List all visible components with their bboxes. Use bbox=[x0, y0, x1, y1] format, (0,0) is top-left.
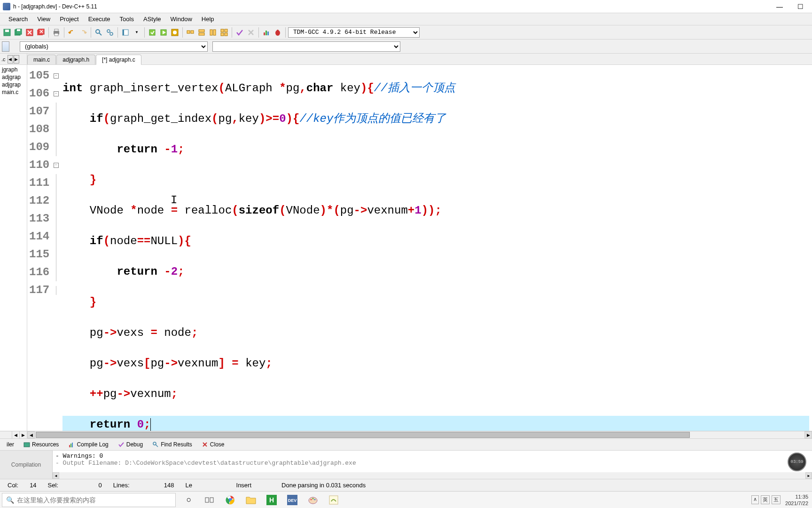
tab-debug[interactable]: Debug bbox=[113, 440, 148, 449]
status-lines-value: 148 bbox=[160, 482, 178, 489]
log-output[interactable]: - Warnings: 0 - Output Filename: D:\Code… bbox=[53, 451, 812, 479]
list-item[interactable]: jgraph bbox=[1, 66, 26, 73]
menu-view[interactable]: View bbox=[32, 14, 55, 24]
side-nav-left-icon[interactable]: ◀ bbox=[8, 55, 13, 64]
tab-compile-log[interactable]: Compile Log bbox=[63, 440, 113, 449]
ime-indicator[interactable]: ∧ 英 五 bbox=[751, 495, 781, 504]
status-col-label: Col: bbox=[4, 482, 22, 489]
tab-resources[interactable]: Resources bbox=[19, 440, 63, 449]
tile-v-button[interactable] bbox=[208, 27, 218, 38]
svg-rect-36 bbox=[24, 443, 30, 447]
save-button[interactable] bbox=[2, 27, 12, 38]
svg-rect-37 bbox=[69, 445, 70, 447]
svg-rect-24 bbox=[199, 33, 204, 35]
code-editor[interactable]: 105106107108 109110111112 113114115116 1… bbox=[27, 65, 812, 431]
svg-rect-28 bbox=[225, 29, 227, 32]
log-scroll-right-icon[interactable]: ▶ bbox=[805, 472, 812, 479]
tile-h-button[interactable] bbox=[196, 27, 207, 38]
list-item[interactable]: adjgrap bbox=[1, 73, 26, 81]
undo-button[interactable] bbox=[67, 27, 77, 38]
status-lines-label: Lines: bbox=[109, 482, 156, 489]
windows-search[interactable]: 🔍 bbox=[2, 493, 176, 507]
side-tab-c[interactable]: .c bbox=[0, 56, 7, 63]
svg-point-53 bbox=[314, 499, 316, 500]
app-icon[interactable] bbox=[326, 492, 341, 508]
minimize-button[interactable]: — bbox=[773, 2, 786, 11]
side-file-list[interactable]: jgraph adjgrap adjgrap main.c bbox=[0, 65, 27, 431]
scroll-right-icon[interactable]: ▶ bbox=[804, 431, 812, 438]
toggle-bookmark-button[interactable] bbox=[120, 27, 131, 38]
compile-button[interactable] bbox=[147, 27, 157, 38]
svg-line-41 bbox=[156, 444, 158, 447]
globals-select[interactable]: (globals) bbox=[20, 41, 208, 52]
side-panel-toggle[interactable] bbox=[2, 41, 9, 52]
scroll-left-icon[interactable]: ◀ bbox=[27, 431, 35, 438]
check-button[interactable] bbox=[234, 27, 245, 38]
menu-project[interactable]: Project bbox=[55, 14, 83, 24]
list-item[interactable]: main.c bbox=[1, 88, 26, 96]
tile-grid-button[interactable] bbox=[219, 27, 229, 38]
search-input[interactable] bbox=[17, 496, 172, 504]
svg-rect-9 bbox=[55, 29, 58, 31]
find-button[interactable] bbox=[94, 27, 104, 38]
paint-icon[interactable] bbox=[305, 492, 320, 508]
cortana-icon[interactable]: ○ bbox=[181, 492, 196, 508]
menu-help[interactable]: Help bbox=[197, 14, 219, 24]
svg-rect-30 bbox=[225, 33, 227, 36]
new-window-button[interactable] bbox=[185, 27, 195, 38]
tab-adjgraph-c[interactable]: [*] adjgraph.c bbox=[96, 55, 141, 65]
side-scroll-right-icon[interactable]: ▶ bbox=[19, 431, 27, 438]
redo-button[interactable] bbox=[78, 27, 88, 38]
svg-point-52 bbox=[312, 498, 314, 499]
devcpp-taskbar-icon[interactable]: DEV bbox=[285, 492, 300, 508]
side-scroll-left-icon[interactable]: ◀ bbox=[12, 431, 19, 438]
compile-run-button[interactable] bbox=[170, 27, 180, 38]
maximize-button[interactable]: ☐ bbox=[794, 2, 806, 11]
goto-bookmark-button[interactable]: ▼ bbox=[132, 27, 142, 38]
log-scroll-left-icon[interactable]: ◀ bbox=[53, 472, 59, 479]
close-file-button[interactable] bbox=[24, 27, 35, 38]
chrome-icon[interactable] bbox=[223, 492, 238, 508]
status-insert: Insert bbox=[233, 482, 256, 489]
secondary-bar: (globals) bbox=[0, 40, 812, 54]
close-all-button[interactable] bbox=[36, 27, 46, 38]
recording-timer: 03:59 bbox=[788, 452, 806, 471]
save-all-button[interactable] bbox=[13, 27, 23, 38]
toolbar: ▼ TDM-GCC 4.9.2 64-bit Release bbox=[0, 25, 812, 40]
system-clock[interactable]: 11:35 2021/7/22 bbox=[785, 493, 808, 507]
run-button[interactable] bbox=[158, 27, 169, 38]
explorer-icon[interactable] bbox=[243, 492, 258, 508]
tab-compiler[interactable]: iler bbox=[2, 440, 19, 449]
hbuilder-icon[interactable]: H bbox=[264, 492, 279, 508]
scroll-thumb[interactable] bbox=[36, 432, 690, 438]
menu-execute[interactable]: Execute bbox=[84, 14, 115, 24]
status-le: Le bbox=[182, 482, 229, 489]
menu-search[interactable]: Search bbox=[4, 14, 32, 24]
side-panel: .c ◀ ▶ jgraph adjgrap adjgrap main.c ◀ ▶ bbox=[0, 54, 27, 438]
editor-hscroll[interactable]: ◀ ▶ bbox=[27, 431, 812, 438]
print-button[interactable] bbox=[51, 27, 62, 38]
profile-button[interactable] bbox=[261, 27, 272, 38]
code-content[interactable]: int graph_insert_vertex(ALGraph *pg,char… bbox=[60, 65, 812, 431]
compiler-select[interactable]: TDM-GCC 4.9.2 64-bit Release bbox=[288, 27, 420, 38]
status-sel-label: Sel: bbox=[44, 482, 91, 489]
tab-find-results[interactable]: Find Results bbox=[148, 440, 197, 449]
fold-gutter[interactable]: − − − bbox=[52, 65, 60, 431]
svg-rect-32 bbox=[265, 31, 267, 35]
tab-close[interactable]: Close bbox=[197, 440, 229, 449]
log-category[interactable]: Compilation bbox=[0, 451, 53, 479]
tab-main-c[interactable]: main.c bbox=[27, 55, 56, 64]
task-view-icon[interactable] bbox=[202, 492, 217, 508]
menu-astyle[interactable]: AStyle bbox=[139, 14, 166, 24]
svg-rect-22 bbox=[191, 31, 194, 33]
bottom-tabs: iler Resources Compile Log Debug Find Re… bbox=[0, 438, 812, 451]
tab-adjgraph-h[interactable]: adjgraph.h bbox=[56, 55, 95, 64]
side-nav-right-icon[interactable]: ▶ bbox=[14, 55, 19, 64]
menu-tools[interactable]: Tools bbox=[115, 14, 139, 24]
list-item[interactable]: adjgrap bbox=[1, 81, 26, 88]
menu-window[interactable]: Window bbox=[166, 14, 197, 24]
function-select[interactable] bbox=[212, 41, 400, 52]
cancel-button[interactable] bbox=[246, 27, 256, 38]
debug-button[interactable] bbox=[273, 27, 283, 38]
replace-button[interactable] bbox=[105, 27, 115, 38]
